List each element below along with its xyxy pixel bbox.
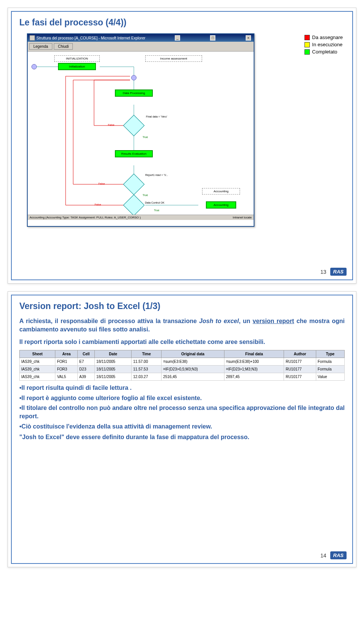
table-cell: 2897,45	[224, 373, 284, 381]
table-cell: 11.57.53	[132, 366, 162, 373]
window-titlebar: Struttura del processo [A_COURSE] - Micr…	[28, 34, 254, 42]
slide-title: Le fasi del processo (4/4))	[19, 17, 345, 28]
ie-icon	[30, 35, 35, 41]
box-accounting: Accounting	[206, 201, 236, 209]
close-button[interactable]: Chiudi	[54, 43, 73, 50]
table-cell: 11.57.00	[132, 358, 162, 366]
table-header: Time	[132, 350, 162, 358]
table-cell: FOR1	[55, 358, 78, 366]
closing-line: "Josh to Excel" deve essere definito dur…	[19, 434, 345, 441]
table-cell: VAL5	[55, 373, 78, 381]
table-row: IAS39_chkFOR1E718/11/200511.57.00=sum(E3…	[20, 358, 345, 366]
acct-header: Accounting	[202, 188, 240, 195]
maximize-icon[interactable]: □	[210, 35, 215, 41]
legend-label: In esecuzione	[312, 42, 342, 47]
false-label: False	[86, 182, 117, 185]
bullet-1: •Il report risulta quindi di facile lett…	[19, 384, 345, 392]
table-header: Final data	[224, 350, 284, 358]
window-toolbar: Legenda Chiudi	[28, 42, 254, 52]
true-label: True	[130, 136, 160, 138]
bullet-2: •Il report è aggiunto come ulteriore fog…	[19, 394, 345, 402]
legend: Da assegnare In esecuzione Completato	[304, 35, 343, 56]
table-header: Date	[95, 350, 132, 358]
table-cell: RU10177	[284, 366, 316, 373]
table-cell: 12.03.27	[132, 373, 162, 381]
page-number: 13	[320, 269, 326, 275]
diamond-report-label: Report1 read = 'V...	[141, 174, 172, 176]
diamond-control	[123, 195, 145, 215]
table-header: Cell	[78, 350, 95, 358]
version-report-table: SheetAreaCellDateTimeOriginal dataFinal …	[19, 350, 345, 381]
diamond-final	[123, 115, 145, 137]
table-cell: RU10177	[284, 358, 316, 366]
true-label: True	[141, 209, 172, 212]
table-cell: RU10177	[284, 373, 316, 381]
table-cell: =IF(D23>0,5;M3;N3)	[162, 366, 224, 373]
table-cell: =sum(E3:E38)	[162, 358, 224, 366]
window-title-text: Struttura del processo [A_COURSE] - Micr…	[36, 36, 145, 40]
slide-1: Le fasi del processo (4/4)) Da assegnare…	[8, 8, 356, 284]
table-row: IAS39_chkFOR3D2318/11/200511.57.53=IF(D2…	[20, 366, 345, 373]
table-cell: Formula	[316, 366, 344, 373]
bullet-4: •Ciò costituisce l'evidenza della sua at…	[19, 422, 345, 431]
window-statusbar: Accounting (Accounting Type: TASK Assign…	[28, 215, 254, 220]
false-label: False	[96, 124, 126, 126]
income-header: Income assessment	[145, 55, 202, 62]
diamond-final-label: Final data = 'Vero'	[141, 115, 172, 118]
start-node-icon	[31, 64, 37, 69]
init-header: INITIALIZATION	[54, 55, 100, 62]
slide-title: Version report: Josh to Excel (1/3)	[19, 301, 345, 311]
close-icon[interactable]: ×	[246, 35, 251, 41]
table-cell: A39	[78, 373, 95, 381]
box-initialization: Initialization	[58, 63, 96, 70]
table-cell: IAS39_chk	[20, 358, 55, 366]
page-number: 14	[320, 553, 326, 559]
text-italic: Josh to excel	[199, 318, 239, 324]
legend-green: Completato	[304, 49, 343, 55]
table-cell: FOR3	[55, 366, 78, 373]
table-cell: 2516,45	[162, 373, 224, 381]
legend-label: Da assegnare	[312, 35, 343, 40]
box-data-processing: Data Processing	[115, 89, 153, 97]
status-left: Accounting (Accounting Type: TASK Assign…	[30, 216, 141, 219]
table-cell: IAS39_chk	[20, 366, 55, 373]
legend-yellow: In esecuzione	[304, 42, 343, 47]
table-cell: =IF(D23>1;M3;N3)	[224, 366, 284, 373]
slide-footer: 14 RAS	[320, 551, 347, 559]
table-row: IAS39_chkVAL5A3918/11/200512.03.272516,4…	[20, 373, 345, 381]
table-cell: E7	[78, 358, 95, 366]
second-paragraph: Il report riporta solo i cambiamenti app…	[19, 338, 345, 346]
table-header: Original data	[162, 350, 224, 358]
text-underline: version report	[253, 318, 294, 324]
table-header: Area	[55, 350, 78, 358]
table-cell: Formula	[316, 358, 344, 366]
junction-icon	[131, 75, 136, 80]
ras-logo: RAS	[330, 551, 347, 559]
swatch-icon	[304, 35, 310, 40]
table-cell: 18/11/2005	[95, 366, 132, 373]
table-cell: D23	[78, 366, 95, 373]
table-header: Sheet	[20, 350, 55, 358]
table-cell: 18/11/2005	[95, 373, 132, 381]
false-label: False	[83, 203, 113, 206]
minimize-icon[interactable]: _	[175, 35, 180, 41]
swatch-icon	[304, 49, 310, 55]
text: A richiesta, il responsabile di processo…	[19, 318, 199, 324]
legend-button[interactable]: Legenda	[29, 43, 52, 50]
legend-red: Da assegnare	[304, 35, 343, 40]
flowchart-window: Struttura del processo [A_COURSE] - Micr…	[27, 33, 254, 227]
slide-footer: 13 RAS	[320, 268, 347, 276]
bullet-3: •Il titolare del controllo non può andar…	[19, 404, 345, 421]
text: , un	[239, 318, 253, 324]
slide-2: Version report: Josh to Excel (1/3) A ri…	[8, 291, 356, 567]
diamond-report	[123, 174, 145, 195]
legend-label: Completato	[312, 49, 337, 55]
table-cell: =sum(E3:E38)+100	[224, 358, 284, 366]
table-cell: 18/11/2005	[95, 358, 132, 366]
bullets: •Il report risulta quindi di facile lett…	[19, 384, 345, 431]
table-cell: Value	[316, 373, 344, 381]
box-results: Results Evaluation	[115, 150, 153, 157]
intro-paragraph: A richiesta, il responsabile di processo…	[19, 317, 345, 334]
flowchart-canvas: INITIALIZATION Initialization Income ass…	[28, 52, 254, 215]
slide-inner: Version report: Josh to Excel (1/3) A ri…	[11, 295, 353, 564]
